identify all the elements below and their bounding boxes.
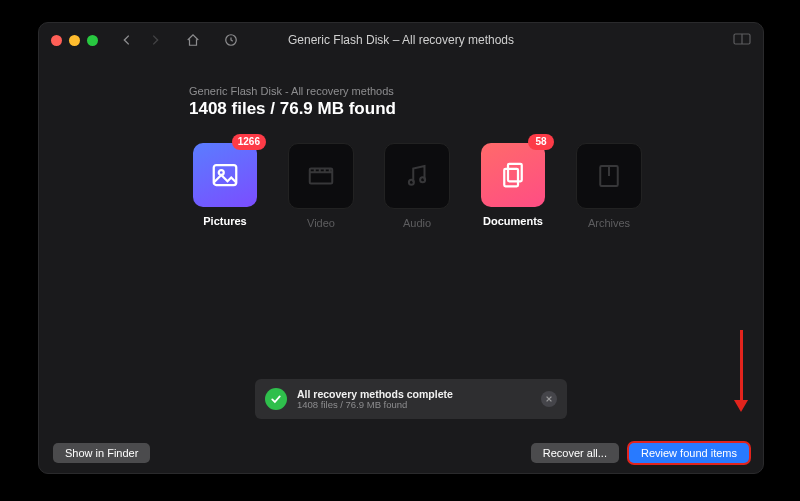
category-video[interactable]: Video (285, 143, 357, 229)
title-bar: Generic Flash Disk – All recovery method… (39, 23, 763, 57)
success-check-icon (265, 388, 287, 410)
category-audio[interactable]: Audio (381, 143, 453, 229)
category-pictures[interactable]: 1266 Pictures (189, 143, 261, 229)
minimize-window-button[interactable] (69, 35, 80, 46)
pictures-label: Pictures (203, 215, 246, 227)
toast-close-button[interactable] (541, 391, 557, 407)
archives-label: Archives (588, 217, 630, 229)
scan-source-subtitle: Generic Flash Disk - All recovery method… (189, 85, 763, 97)
review-found-items-button[interactable]: Review found items (629, 443, 749, 463)
scan-complete-toast: All recovery methods complete 1408 files… (255, 379, 567, 419)
svg-point-11 (409, 180, 414, 185)
pictures-badge: 1266 (232, 134, 266, 150)
archives-icon (594, 161, 624, 191)
history-button[interactable] (224, 33, 238, 47)
video-label: Video (307, 217, 335, 229)
svg-rect-14 (504, 169, 518, 187)
toast-subtitle: 1408 files / 76.9 MB found (297, 400, 453, 411)
svg-point-12 (420, 177, 425, 182)
show-in-finder-button[interactable]: Show in Finder (53, 443, 150, 463)
audio-icon (402, 161, 432, 191)
video-icon (306, 161, 336, 191)
documents-label: Documents (483, 215, 543, 227)
svg-rect-3 (214, 165, 237, 185)
toolbar-nav (120, 33, 238, 47)
documents-badge: 58 (528, 134, 554, 150)
category-archives[interactable]: Archives (573, 143, 645, 229)
documents-tile: 58 (481, 143, 545, 207)
toast-title: All recovery methods complete (297, 388, 453, 400)
close-window-button[interactable] (51, 35, 62, 46)
fullscreen-window-button[interactable] (87, 35, 98, 46)
back-button[interactable] (120, 33, 134, 47)
svg-rect-13 (508, 164, 522, 182)
traffic-lights (51, 35, 98, 46)
recover-all-button[interactable]: Recover all... (531, 443, 619, 463)
app-window: Generic Flash Disk – All recovery method… (38, 22, 764, 474)
scan-summary-headline: 1408 files / 76.9 MB found (189, 99, 763, 119)
pictures-icon (210, 160, 240, 190)
category-cards: 1266 Pictures Video Audio 58 (189, 143, 763, 229)
category-documents[interactable]: 58 Documents (477, 143, 549, 229)
documents-icon (498, 160, 528, 190)
pictures-tile: 1266 (193, 143, 257, 207)
footer-bar: Show in Finder Recover all... Review fou… (39, 433, 763, 473)
audio-tile (384, 143, 450, 209)
home-button[interactable] (186, 33, 200, 47)
audio-label: Audio (403, 217, 431, 229)
forward-button[interactable] (148, 33, 162, 47)
layout-toggle-icon[interactable] (733, 34, 751, 48)
content-area: Generic Flash Disk - All recovery method… (39, 57, 763, 229)
video-tile (288, 143, 354, 209)
archives-tile (576, 143, 642, 209)
